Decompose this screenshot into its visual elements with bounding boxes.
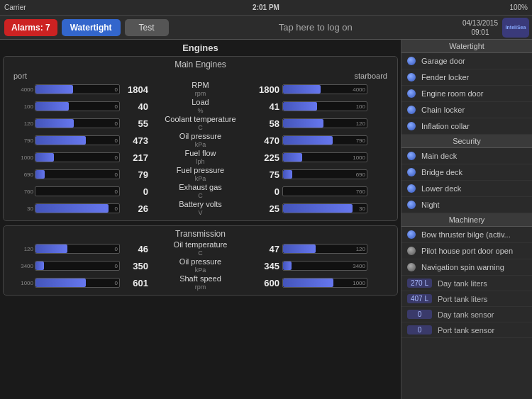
test-button[interactable]: Test <box>125 19 169 36</box>
gauge-row: 10000601Shaft speedrpm6001000 <box>6 275 394 291</box>
sidebar-item[interactable]: Night <box>401 197 532 213</box>
port-bar: 0 <box>35 84 120 94</box>
sidebar-item-label: Fender locker <box>421 73 469 82</box>
starboard-side: 3453400 <box>253 261 394 271</box>
status-dot <box>407 184 416 193</box>
starboard-value: 1800 <box>253 84 279 95</box>
starboard-bar: 1000 <box>282 278 367 288</box>
tap-to-login[interactable]: Tap here to log on <box>169 22 462 33</box>
starboard-value: 345 <box>253 261 279 271</box>
engines-header: port starboard <box>6 72 394 80</box>
status-bar: Carrier 2:01 PM 100% <box>0 0 532 16</box>
gauge-row: 100040Load%41100 <box>6 99 394 114</box>
watertight-button[interactable]: Watertight <box>62 19 121 36</box>
sidebar-section-header: Watertight <box>401 40 532 53</box>
nav-bar: Alarms: 7 Watertight Test Tap here to lo… <box>0 16 532 40</box>
port-value: 26 <box>121 203 148 214</box>
port-side: 690079 <box>6 169 148 180</box>
starboard-value: 75 <box>253 169 279 180</box>
engines-title: Engines <box>3 43 398 53</box>
port-value: 601 <box>121 278 148 288</box>
metric-label: Shaft speedrpm <box>148 274 253 291</box>
starboard-bar: 690 <box>282 169 367 179</box>
port-value: 79 <box>121 169 148 180</box>
alarms-button[interactable]: Alarms: 7 <box>4 19 57 36</box>
sidebar-item-label: Bow thruster bilge (activ... <box>421 230 511 239</box>
main-engines-title: Main Engines <box>6 60 394 69</box>
starboard-side: 75690 <box>253 169 394 180</box>
sidebar-item[interactable]: Main deck <box>401 148 532 164</box>
port-side: 34000350 <box>6 261 148 271</box>
port-label: port <box>13 72 27 80</box>
port-bar: 0 <box>35 135 120 145</box>
sidebar-item-label: Night <box>421 201 440 209</box>
sidebar-item[interactable]: Chain locker <box>401 102 532 118</box>
gauge-row: 30026Battery voltsV2530 <box>6 201 394 216</box>
sidebar-item[interactable]: Garage door <box>401 53 532 69</box>
content-area: Engines Main Engines port starboard 4000… <box>0 40 401 399</box>
metric-label: Oil pressurekPa <box>148 257 253 274</box>
sidebar-content: WatertightGarage doorFender lockerEngine… <box>401 40 532 338</box>
sidebar-item-label: Inflation collar <box>421 122 470 130</box>
sidebar-item[interactable]: Pilot house port door open <box>401 243 532 259</box>
starboard-side: 41100 <box>253 101 394 112</box>
transmission-title: Transmission <box>6 229 394 239</box>
port-bar: 0 <box>35 203 120 213</box>
port-bar: 0 <box>35 118 120 128</box>
starboard-side: 0760 <box>253 186 394 197</box>
metric-label: Coolant temperatureC <box>148 115 253 132</box>
starboard-bar: 100 <box>282 101 367 111</box>
transmission-section: Transmission 120046Oil temperatureC47120… <box>3 225 398 296</box>
battery-label: 100% <box>353 4 528 11</box>
starboard-side: 58120 <box>253 118 394 129</box>
metric-label: Fuel flowlph <box>148 149 253 166</box>
port-max-label: 1000 <box>21 154 33 161</box>
value-badge: 0 <box>407 310 432 319</box>
port-bar: 0 <box>35 186 120 196</box>
port-max-label: 690 <box>24 172 33 178</box>
port-max-label: 30 <box>27 206 33 212</box>
starboard-bar: 30 <box>282 203 367 213</box>
status-dot <box>407 152 416 160</box>
port-bar: 0 <box>35 101 120 111</box>
port-value: 1804 <box>121 84 148 95</box>
starboard-bar: 4000 <box>282 84 367 94</box>
gauge-row: 10000217Fuel flowlph2251000 <box>6 150 394 165</box>
starboard-side: 2251000 <box>253 152 394 163</box>
port-max-label: 100 <box>24 103 33 110</box>
sidebar-value-label: Day tank liters <box>438 279 487 288</box>
sidebar-item-label: Bridge deck <box>421 168 462 176</box>
port-bar: 0 <box>35 169 120 179</box>
sidebar-item[interactable]: Inflation collar <box>401 118 532 135</box>
value-badge: 270 L <box>407 279 432 288</box>
starboard-bar: 1000 <box>282 152 367 162</box>
starboard-value: 25 <box>253 203 279 214</box>
sidebar-item[interactable]: Fender locker <box>401 69 532 86</box>
port-value: 55 <box>121 118 148 129</box>
starboard-side: 18004000 <box>253 84 394 95</box>
main-layout: Engines Main Engines port starboard 4000… <box>0 40 532 399</box>
port-side: 120046 <box>6 244 148 254</box>
status-dot <box>407 73 416 82</box>
sidebar-item[interactable]: Lower deck <box>401 181 532 197</box>
sidebar-item[interactable]: Bow thruster bilge (activ... <box>401 227 532 243</box>
gauge-row: 76000Exhaust gasC0760 <box>6 184 394 199</box>
gauge-row: 7900473Oil pressurekPa470790 <box>6 133 394 148</box>
sidebar-value-item: 270 LDay tank liters <box>401 276 532 291</box>
port-max-label: 120 <box>24 246 33 252</box>
metric-label: Oil temperatureC <box>148 240 253 257</box>
status-dot <box>407 247 416 255</box>
sidebar-item[interactable]: Engine room door <box>401 86 532 102</box>
status-dot <box>407 57 416 65</box>
port-value: 46 <box>121 244 148 254</box>
sidebar-value-item: 0Day tank sensor <box>401 307 532 322</box>
status-dot <box>407 89 416 98</box>
port-side: 10000217 <box>6 152 148 163</box>
engines-section: Main Engines port starboard 400001804RPM… <box>3 56 398 221</box>
sidebar-item-label: Pilot house port door open <box>421 247 513 255</box>
sidebar-item[interactable]: Navigation spin warning <box>401 259 532 276</box>
port-value: 350 <box>121 261 148 271</box>
trans-rows: 120046Oil temperatureC4712034000350Oil p… <box>6 241 394 291</box>
sidebar-item[interactable]: Bridge deck <box>401 164 532 181</box>
starboard-bar: 120 <box>282 118 367 128</box>
